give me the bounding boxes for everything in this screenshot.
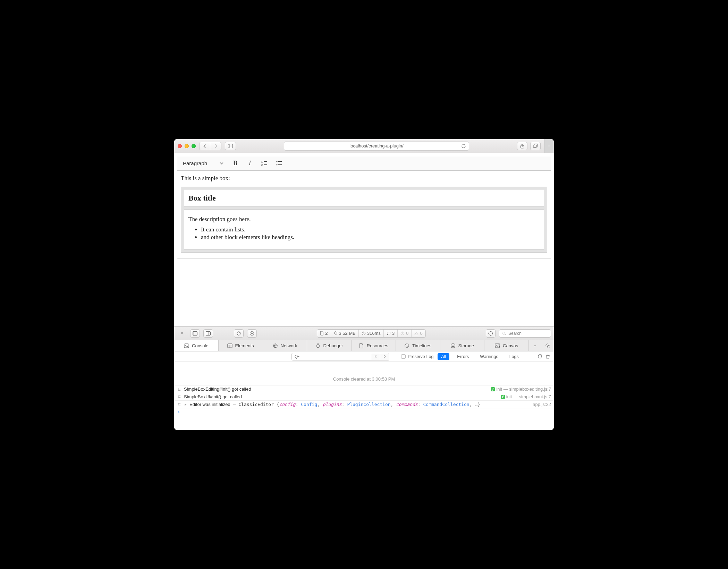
sidebar-toggle-button[interactable] — [225, 142, 236, 150]
svg-text:1: 1 — [261, 161, 263, 163]
console-filter-bar: Preserve Log All Errors Warnings Logs — [174, 351, 554, 362]
info-stat: 0 — [400, 331, 408, 336]
filter-all[interactable]: All — [438, 353, 449, 360]
bold-button[interactable]: B — [230, 158, 241, 169]
devtools-search[interactable]: Search — [499, 329, 551, 338]
svg-point-9 — [276, 164, 277, 165]
page-content: Paragraph B I 12 This is a simple box: B… — [174, 153, 554, 258]
console-prompt[interactable]: › — [174, 408, 554, 416]
console-output: Console cleared at 3:00:58 PM ⊑ SimpleBo… — [174, 362, 554, 430]
log-source[interactable]: app.js:22 — [533, 402, 551, 407]
simple-box-desc-text: The description goes here. — [188, 216, 540, 223]
tab-network[interactable]: Network — [263, 340, 307, 351]
prompt-chevron-icon: › — [177, 409, 180, 415]
back-button[interactable] — [199, 142, 210, 150]
bulleted-list-button[interactable] — [273, 158, 285, 169]
dock-left-button[interactable] — [190, 329, 200, 338]
devtools-settings-button[interactable] — [541, 340, 554, 351]
reload-icon[interactable] — [461, 144, 466, 148]
simple-box-description[interactable]: The description goes here. It can contai… — [184, 209, 544, 249]
log-row[interactable]: ⊑ SimpleBoxUI#init() got called init — s… — [174, 393, 554, 400]
filter-input[interactable] — [291, 353, 371, 360]
tab-storage[interactable]: Storage — [440, 340, 485, 351]
italic-button[interactable]: I — [244, 158, 255, 169]
url-bar[interactable]: localhost/creating-a-plugin/ — [284, 142, 469, 151]
function-badge — [501, 395, 505, 399]
tab-debugger[interactable]: Debugger — [307, 340, 352, 351]
trash-icon[interactable] — [545, 354, 550, 359]
close-window-button[interactable] — [178, 144, 182, 148]
chevron-down-icon — [220, 161, 223, 165]
filter-warnings[interactable]: Warnings — [476, 353, 501, 360]
window-controls — [178, 144, 196, 148]
share-button[interactable] — [517, 142, 527, 150]
page-blank-area — [174, 258, 554, 326]
url-text: localhost/creating-a-plugin/ — [349, 143, 403, 148]
log-gutter-icon: ⊑ — [177, 387, 182, 392]
forward-button[interactable] — [210, 142, 221, 150]
log-source[interactable]: init — simpleboxui.js:7 — [501, 394, 551, 399]
svg-rect-29 — [227, 343, 232, 347]
tab-resources[interactable]: Resources — [352, 340, 396, 351]
search-placeholder: Search — [508, 331, 522, 336]
svg-text:2: 2 — [261, 164, 263, 166]
filter-errors[interactable]: Errors — [454, 353, 472, 360]
svg-rect-0 — [228, 144, 233, 148]
filter-prev-button[interactable] — [371, 353, 380, 360]
heading-dropdown[interactable]: Paragraph — [180, 159, 226, 168]
download-button[interactable] — [247, 329, 257, 338]
numbered-list-button[interactable]: 12 — [259, 158, 270, 169]
filter-options: Preserve Log All Errors Warnings Logs — [401, 353, 522, 360]
reload-resources-button[interactable] — [234, 329, 244, 338]
dock-split-button[interactable] — [203, 329, 213, 338]
clear-filters-icon[interactable] — [537, 354, 542, 359]
fullscreen-window-button[interactable] — [192, 144, 196, 148]
svg-point-19 — [403, 332, 403, 333]
tabs-button[interactable] — [530, 142, 541, 150]
inspect-element-button[interactable] — [486, 329, 496, 338]
filter-right-icons — [537, 354, 550, 359]
log-message: Editor was initialized – ClassicEditor {… — [189, 402, 531, 407]
editor-content[interactable]: This is a simple box: Box title The desc… — [177, 171, 551, 258]
log-gutter-icon: ⊑ — [177, 394, 182, 399]
filter-next-button[interactable] — [380, 353, 389, 360]
simple-box-widget[interactable]: Box title The description goes here. It … — [181, 187, 547, 253]
heading-dropdown-label: Paragraph — [183, 160, 207, 166]
preserve-log-checkbox[interactable]: Preserve Log — [401, 354, 433, 359]
devtools-right-tools: Search — [486, 329, 551, 338]
svg-rect-13 — [193, 331, 194, 335]
log-row[interactable]: ⊑ ▸ Editor was initialized – ClassicEdit… — [174, 400, 554, 408]
tab-timelines[interactable]: Timelines — [396, 340, 440, 351]
titlebar-right — [517, 142, 541, 150]
add-tab-button[interactable]: + — [529, 340, 541, 351]
size-stat: 3.52 MB — [334, 331, 356, 336]
log-message: SimpleBoxEditing#init() got called — [184, 387, 489, 392]
ckeditor: Paragraph B I 12 This is a simple box: B… — [177, 156, 551, 258]
svg-point-26 — [503, 332, 505, 334]
svg-point-37 — [547, 345, 548, 346]
new-tab-button[interactable]: + — [544, 139, 554, 153]
editor-toolbar: Paragraph B I 12 — [177, 156, 551, 171]
tab-elements[interactable]: Elements — [219, 340, 263, 351]
filter-logs[interactable]: Logs — [506, 353, 522, 360]
log-message: SimpleBoxUI#init() got called — [184, 394, 499, 399]
docs-stat: 2 — [320, 331, 328, 336]
log-source[interactable]: init — simpleboxediting.js:7 — [491, 387, 551, 392]
close-devtools-button[interactable]: ✕ — [177, 329, 187, 338]
list-item: and other block elements like headings. — [201, 234, 540, 241]
list-item: It can contain lists, — [201, 226, 540, 233]
tab-console[interactable]: Console — [174, 340, 219, 351]
minimize-window-button[interactable] — [185, 144, 189, 148]
search-icon — [502, 331, 506, 336]
log-row[interactable]: ⊑ SimpleBoxEditing#init() got called ini… — [174, 385, 554, 393]
devtools-tabs: Console Elements Network Debugger Resour… — [174, 340, 554, 351]
svg-point-35 — [451, 343, 455, 345]
svg-rect-3 — [533, 145, 536, 147]
comments-stat: 3 — [387, 331, 395, 336]
simple-box-list: It can contain lists, and other block el… — [201, 226, 540, 241]
tab-canvas[interactable]: Canvas — [484, 340, 529, 351]
expand-arrow-icon[interactable]: ▸ — [184, 402, 187, 407]
intro-text: This is a simple box: — [181, 175, 547, 182]
time-stat: 316ms — [362, 331, 381, 336]
simple-box-title[interactable]: Box title — [184, 190, 544, 206]
